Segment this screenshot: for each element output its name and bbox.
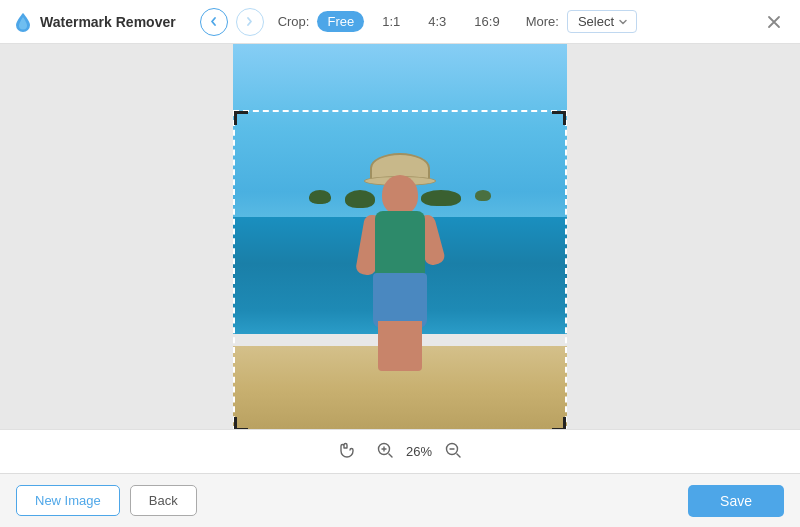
new-image-button[interactable]: New Image [16, 485, 120, 516]
app-logo-icon [12, 11, 34, 33]
app-logo-area: Watermark Remover [12, 11, 176, 33]
crop-16-9-button[interactable]: 16:9 [464, 11, 509, 32]
person-shorts [373, 273, 427, 328]
person-body [375, 211, 425, 281]
zoom-percent: 26% [406, 444, 432, 459]
crop-free-button[interactable]: Free [317, 11, 364, 32]
close-button[interactable] [760, 8, 788, 36]
toolbar: Watermark Remover Crop: Free 1:1 4:3 16:… [0, 0, 800, 44]
person-legs [378, 321, 422, 371]
crop-1-1-button[interactable]: 1:1 [372, 11, 410, 32]
select-label: Select [578, 14, 614, 29]
app-title: Watermark Remover [40, 14, 176, 30]
crop-label: Crop: [278, 14, 310, 29]
person [350, 153, 450, 373]
zoom-out-icon[interactable] [444, 441, 462, 463]
person-head [382, 175, 418, 215]
chevron-down-icon [618, 17, 628, 27]
zoom-in-icon[interactable] [376, 441, 394, 463]
back-button[interactable]: Back [130, 485, 197, 516]
hand-tool-icon[interactable] [338, 441, 356, 463]
nav-forward-button[interactable] [236, 8, 264, 36]
select-dropdown[interactable]: Select [567, 10, 637, 33]
photo-scene [233, 44, 567, 429]
footer: New Image Back Save [0, 473, 800, 527]
bottom-bar: 26% [0, 429, 800, 473]
image-container [233, 44, 567, 429]
nav-back-button[interactable] [200, 8, 228, 36]
island [309, 190, 331, 204]
zoom-controls: 26% [338, 441, 462, 463]
more-label: More: [526, 14, 559, 29]
crop-4-3-button[interactable]: 4:3 [418, 11, 456, 32]
canvas-area [0, 44, 800, 429]
save-button[interactable]: Save [688, 485, 784, 517]
island [475, 190, 491, 201]
